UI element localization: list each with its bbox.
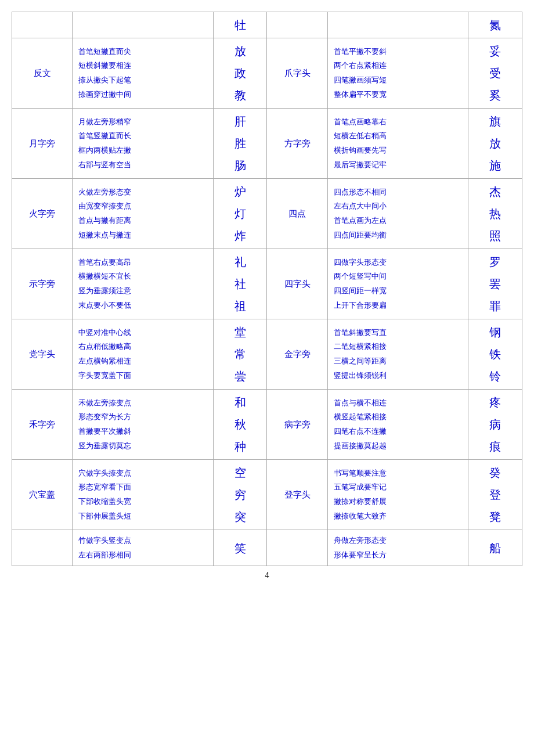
left-desc-cell: 竹做字头竖变点左右两部形相同	[73, 530, 214, 566]
left-desc-cell: 首笔短撇直而尖短横斜撇要相连捺从撇尖下起笔捺画穿过撇中间	[73, 38, 214, 109]
right-desc-cell: 四点形态不相同左右点大中间小首笔点画为左点四点间距要均衡	[327, 179, 468, 249]
right-label-cell: 四点	[267, 179, 327, 249]
left-label-cell: 穴宝盖	[12, 460, 73, 530]
left-label-cell: 反文	[12, 38, 73, 109]
right-label-cell: 四字头	[267, 249, 327, 319]
left-desc-cell: 穴做字头捺变点形态宽窄看下面下部收缩盖头宽下部伸展盖头短	[73, 460, 214, 530]
right-chars-cell: 杰热照	[468, 179, 522, 249]
page-container: 牡氮反文首笔短撇直而尖短横斜撇要相连捺从撇尖下起笔捺画穿过撇中间放政教爪字头首笔…	[12, 12, 522, 580]
left-chars-cell: 空穷突	[213, 460, 267, 530]
left-chars-cell: 笑	[213, 530, 267, 566]
right-label-cell: 病字旁	[267, 390, 327, 460]
right-chars-cell: 钢铁铃	[468, 319, 522, 390]
left-desc-cell: 首笔右点要高昂横撇横短不宜长竖为垂露须注意末点要小不要低	[73, 249, 214, 319]
left-desc-cell: 中竖对准中心线右点稍低撇略高左点横钩紧相连字头要宽盖下面	[73, 319, 214, 390]
right-desc-cell: 首点与横不相连横竖起笔紧相接四笔右点不连撇提画接撇莫起越	[327, 390, 468, 460]
right-desc-cell: 首笔点画略靠右短横左低右稍高横折钩画要先写最后写撇要记牢	[327, 109, 468, 179]
right-chars-cell: 罗罢罪	[468, 249, 522, 319]
left-chars-cell: 放政教	[213, 38, 267, 109]
left-label-cell	[12, 12, 73, 38]
left-label-cell: 月字旁	[12, 109, 73, 179]
left-desc-cell: 月做左旁形稍窄首笔竖撇直而长框内两横贴左撇右部与竖有空当	[73, 109, 214, 179]
left-chars-cell: 炉灯炸	[213, 179, 267, 249]
left-chars-cell: 礼社祖	[213, 249, 267, 319]
left-chars-cell: 牡	[213, 12, 267, 38]
left-chars-cell: 和秋种	[213, 390, 267, 460]
right-label-cell	[267, 12, 327, 38]
right-chars-cell: 船	[468, 530, 522, 566]
left-desc-cell: 禾做左旁捺变点形态变窄为长方首撇要平次撇斜竖为垂露切莫忘	[73, 390, 214, 460]
right-label-cell: 爪字头	[267, 38, 327, 109]
right-desc-cell: 书写笔顺要注意五笔写成要牢记撇捺对称要舒展撇捺收笔大致齐	[327, 460, 468, 530]
right-chars-cell: 氮	[468, 12, 522, 38]
right-chars-cell: 妥受奚	[468, 38, 522, 109]
right-desc-cell: 四做字头形态变两个短竖写中间四竖间距一样宽上开下合形要扁	[327, 249, 468, 319]
right-label-cell: 登字头	[267, 460, 327, 530]
right-desc-cell: 舟做左旁形态变形体要窄呈长方	[327, 530, 468, 566]
right-desc-cell	[327, 12, 468, 38]
right-label-cell: 金字旁	[267, 319, 327, 390]
left-label-cell: 禾字旁	[12, 390, 73, 460]
right-desc-cell: 首笔斜撇要写直二笔短横紧相接三横之间等距离竖提出锋须锐利	[327, 319, 468, 390]
left-desc-cell	[73, 12, 214, 38]
right-label-cell	[267, 530, 327, 566]
left-chars-cell: 肝胜肠	[213, 109, 267, 179]
left-label-cell: 党字头	[12, 319, 73, 390]
right-chars-cell: 疼病痕	[468, 390, 522, 460]
right-desc-cell: 首笔平撇不要斜两个右点紧相连四笔撇画须写短整体扁平不要宽	[327, 38, 468, 109]
page-number: 4	[12, 571, 522, 580]
right-label-cell: 方字旁	[267, 109, 327, 179]
left-label-cell	[12, 530, 73, 566]
left-chars-cell: 堂常尝	[213, 319, 267, 390]
right-chars-cell: 旗放施	[468, 109, 522, 179]
left-label-cell: 示字旁	[12, 249, 73, 319]
right-chars-cell: 癸登凳	[468, 460, 522, 530]
left-desc-cell: 火做左旁形态变由宽变窄捺变点首点与撇有距离短撇末点与撇连	[73, 179, 214, 249]
left-label-cell: 火字旁	[12, 179, 73, 249]
main-table: 牡氮反文首笔短撇直而尖短横斜撇要相连捺从撇尖下起笔捺画穿过撇中间放政教爪字头首笔…	[12, 12, 522, 566]
